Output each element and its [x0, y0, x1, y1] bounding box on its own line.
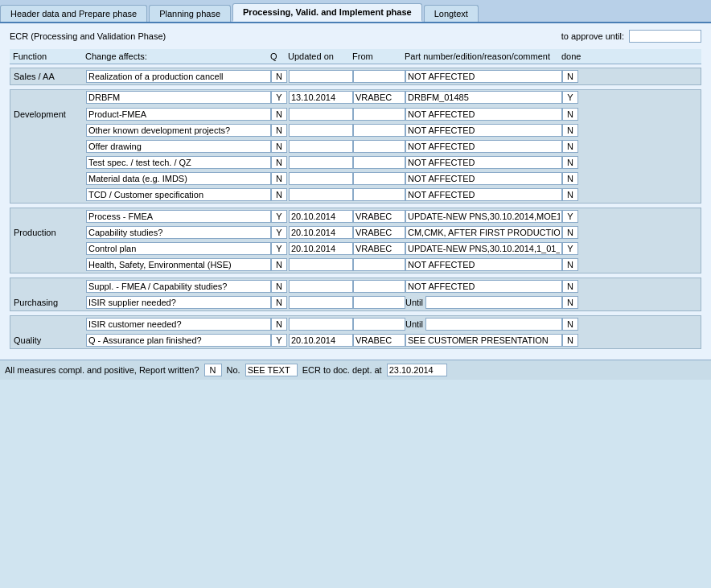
done-dev-5[interactable] [562, 156, 578, 169]
from-dev-7[interactable] [353, 188, 405, 201]
until-qual-input[interactable] [425, 318, 562, 331]
q-purch-2[interactable] [271, 296, 287, 309]
partnum-prod-1[interactable] [405, 210, 562, 223]
from-sales-1[interactable] [353, 70, 405, 83]
q-purch-1[interactable] [271, 280, 287, 293]
no-input[interactable] [245, 364, 298, 376]
done-dev-2[interactable] [562, 108, 578, 121]
change-sales-1[interactable] [86, 70, 271, 83]
done-sales-1[interactable] [562, 70, 578, 83]
change-prod-3[interactable] [86, 242, 271, 255]
partnum-dev-3[interactable] [405, 124, 562, 137]
done-dev-6[interactable] [562, 172, 578, 185]
partnum-dev-2[interactable] [405, 108, 562, 121]
q-dev-6[interactable] [271, 172, 287, 185]
updated-dev-3[interactable] [289, 124, 353, 137]
change-purch-2[interactable] [86, 296, 271, 309]
from-dev-4[interactable] [353, 140, 405, 153]
change-dev-5[interactable] [86, 156, 271, 169]
partnum-dev-1[interactable] [405, 91, 562, 104]
updated-purch-1[interactable] [289, 280, 353, 293]
partnum-dev-5[interactable] [405, 156, 562, 169]
from-dev-2[interactable] [353, 108, 405, 121]
partnum-prod-2[interactable] [405, 226, 562, 239]
partnum-prod-3[interactable] [405, 242, 562, 255]
until-purch-input[interactable] [425, 296, 562, 309]
updated-qual-1[interactable] [289, 318, 353, 331]
partnum-sales-1[interactable] [405, 70, 562, 83]
done-prod-1[interactable] [562, 210, 578, 223]
updated-prod-2[interactable] [289, 226, 353, 239]
change-dev-6[interactable] [86, 172, 271, 185]
from-prod-1[interactable] [353, 210, 405, 223]
tab-planning[interactable]: Planning phase [149, 5, 231, 22]
from-dev-3[interactable] [353, 124, 405, 137]
q-prod-4[interactable] [271, 258, 287, 271]
updated-dev-5[interactable] [289, 156, 353, 169]
change-qual-1[interactable] [86, 318, 271, 331]
done-qual-1[interactable] [562, 318, 578, 331]
done-dev-4[interactable] [562, 140, 578, 153]
updated-prod-3[interactable] [289, 242, 353, 255]
change-dev-4[interactable] [86, 140, 271, 153]
tab-header[interactable]: Header data and Prepare phase [0, 5, 147, 22]
done-dev-1[interactable] [562, 91, 578, 104]
updated-purch-2[interactable] [289, 296, 353, 309]
done-prod-3[interactable] [562, 242, 578, 255]
updated-dev-2[interactable] [289, 108, 353, 121]
partnum-prod-4[interactable] [405, 258, 562, 271]
q-qual-1[interactable] [271, 318, 287, 331]
q-qual-2[interactable] [271, 334, 287, 347]
q-sales-1[interactable] [271, 70, 287, 83]
from-prod-4[interactable] [353, 258, 405, 271]
partnum-dev-6[interactable] [405, 172, 562, 185]
q-dev-5[interactable] [271, 156, 287, 169]
from-dev-1[interactable] [353, 91, 405, 104]
done-prod-4[interactable] [562, 258, 578, 271]
done-qual-2[interactable] [562, 334, 578, 347]
done-prod-2[interactable] [562, 226, 578, 239]
from-prod-2[interactable] [353, 226, 405, 239]
from-purch-2[interactable] [353, 296, 405, 309]
q-dev-3[interactable] [271, 124, 287, 137]
bottom-q[interactable] [204, 364, 222, 376]
from-dev-5[interactable] [353, 156, 405, 169]
tab-longtext[interactable]: Longtext [424, 5, 479, 22]
change-prod-2[interactable] [86, 226, 271, 239]
from-dev-6[interactable] [353, 172, 405, 185]
partnum-qual-2[interactable] [405, 334, 562, 347]
q-prod-3[interactable] [271, 242, 287, 255]
done-purch-1[interactable] [562, 280, 578, 293]
updated-sales-1[interactable] [289, 70, 353, 83]
done-purch-2[interactable] [562, 296, 578, 309]
partnum-dev-4[interactable] [405, 140, 562, 153]
approve-input[interactable] [629, 30, 701, 43]
done-dev-3[interactable] [562, 124, 578, 137]
from-prod-3[interactable] [353, 242, 405, 255]
change-dev-3[interactable] [86, 124, 271, 137]
updated-dev-6[interactable] [289, 172, 353, 185]
change-qual-2[interactable] [86, 334, 271, 347]
q-prod-2[interactable] [271, 226, 287, 239]
from-qual-2[interactable] [353, 334, 405, 347]
from-purch-1[interactable] [353, 280, 405, 293]
partnum-dev-7[interactable] [405, 188, 562, 201]
updated-dev-4[interactable] [289, 140, 353, 153]
from-qual-1[interactable] [353, 318, 405, 331]
change-prod-4[interactable] [86, 258, 271, 271]
partnum-purch-1[interactable] [405, 280, 562, 293]
updated-prod-1[interactable] [289, 210, 353, 223]
tab-processing[interactable]: Processing, Valid. and Implement phase [232, 3, 422, 22]
change-dev-1[interactable] [86, 91, 271, 104]
ecr-date-input[interactable] [387, 364, 447, 376]
done-dev-7[interactable] [562, 188, 578, 201]
change-dev-7[interactable] [86, 188, 271, 201]
updated-prod-4[interactable] [289, 258, 353, 271]
q-dev-2[interactable] [271, 108, 287, 121]
q-dev-4[interactable] [271, 140, 287, 153]
change-purch-1[interactable] [86, 280, 271, 293]
q-dev-1[interactable] [271, 91, 287, 104]
q-dev-7[interactable] [271, 188, 287, 201]
updated-qual-2[interactable] [289, 334, 353, 347]
updated-dev-7[interactable] [289, 188, 353, 201]
